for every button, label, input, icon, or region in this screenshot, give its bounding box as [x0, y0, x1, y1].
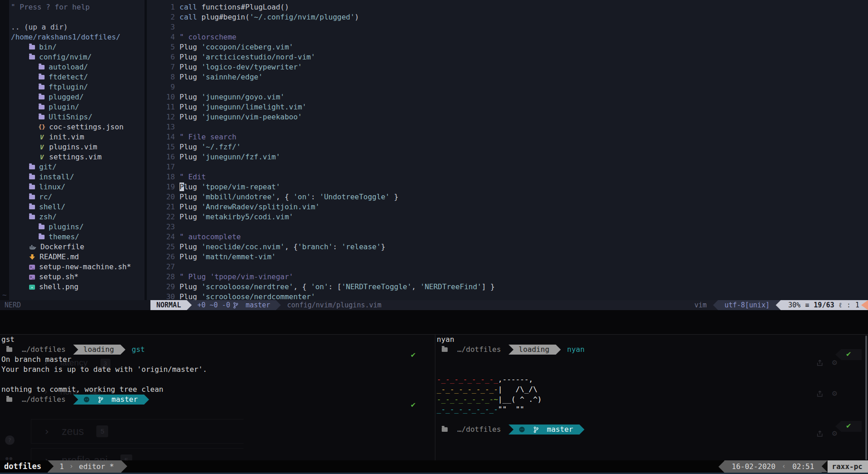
line-number: 29 — [147, 282, 175, 292]
tmux-session-name: dotfiles — [0, 460, 41, 473]
tree-item[interactable]: UltiSnips/ — [0, 112, 145, 122]
tree-item[interactable]: ▴shell.png — [0, 282, 145, 292]
code-line[interactable]: 8Plug 'sainnhe/edge' — [147, 72, 868, 82]
code-line[interactable]: 3 — [147, 22, 868, 32]
gear-icon[interactable] — [832, 357, 837, 367]
share-icon[interactable] — [816, 390, 823, 398]
folder-icon — [29, 175, 35, 179]
tree-item[interactable]: themes/ — [0, 232, 145, 242]
code-line[interactable]: 25Plug 'neoclide/coc.nvim', {'branch': '… — [147, 242, 868, 252]
code-text: Plug 'junegunn/limelight.vim' — [175, 102, 306, 112]
code-line[interactable]: 28" Plug 'tpope/vim-vinegar' — [147, 272, 868, 282]
tree-item[interactable]: git/ — [0, 162, 145, 172]
rainbow-trail: -_-_-_-_-_-_-~ — [437, 395, 498, 405]
tree-item[interactable]: ftdetect/ — [0, 72, 145, 82]
folder-icon — [39, 95, 45, 99]
vim-window[interactable]: " Press ? for help .. (up a dir) /home/r… — [0, 0, 868, 310]
code-line[interactable]: 29Plug 'scrooloose/nerdtree', { 'on': ['… — [147, 282, 868, 292]
tree-item[interactable]: Vplugins.vim — [0, 142, 145, 152]
code-line[interactable]: 5Plug 'cocopon/iceberg.vim' — [147, 42, 868, 52]
code-line[interactable]: 22Plug 'metakirby5/codi.vim' — [147, 212, 868, 222]
code-line[interactable]: 15Plug '~/.fzf/' — [147, 142, 868, 152]
tree-item[interactable]: shell/ — [0, 202, 145, 212]
tree-item-label: plugin/ — [49, 102, 79, 112]
tree-item[interactable]: plugin/ — [0, 102, 145, 112]
folder-icon — [39, 65, 45, 69]
github-icon — [83, 396, 90, 403]
tree-item-label: rc/ — [39, 192, 52, 202]
tree-item[interactable]: rc/ — [0, 192, 145, 202]
editor-buffer[interactable]: 1call functions#PlugLoad()2call plug#beg… — [147, 0, 868, 302]
code-line[interactable]: 23 — [147, 222, 868, 232]
terminal-pane-left[interactable]: ›latency3 ›hora4 ›zeus5 ›profile-api5 ? … — [0, 335, 435, 461]
code-line[interactable]: 1call functions#PlugLoad() — [147, 2, 868, 12]
tree-item[interactable]: >_setup.sh* — [0, 272, 145, 282]
code-line[interactable]: 17 — [147, 162, 868, 172]
gear-icon[interactable] — [832, 428, 837, 438]
tree-item[interactable]: autoload/ — [0, 62, 145, 72]
tree-item[interactable]: zsh/ — [0, 212, 145, 222]
code-line[interactable]: 26Plug 'mattn/emmet-vim' — [147, 252, 868, 262]
code-text: Plug 'tpope/vim-repeat' — [175, 182, 280, 192]
tree-item[interactable]: ftplugin/ — [0, 82, 145, 92]
code-line[interactable]: 12Plug 'junegunn/vim-peekaboo' — [147, 112, 868, 122]
nerdtree-help-line: " Press ? for help — [0, 2, 145, 12]
code-line[interactable]: 7Plug 'logico-dev/typewriter' — [147, 62, 868, 72]
git-branch-segment: master — [509, 425, 579, 434]
tmux-window-tab[interactable]: 1 › editor * — [48, 460, 121, 473]
nerdtree-up-dir[interactable]: .. (up a dir) — [0, 22, 145, 32]
tree-item[interactable]: install/ — [0, 172, 145, 182]
nyan-art-line: -_-_-_-_-_-_-_,------, — [435, 375, 868, 385]
tree-item[interactable]: linux/ — [0, 182, 145, 192]
tree-item[interactable]: README.md — [0, 252, 145, 262]
tmux-status-bar: dotfiles 1 › editor * 16-02-2020 ‹ 02:51… — [0, 460, 868, 474]
tree-item[interactable]: Vsettings.vim — [0, 152, 145, 162]
gear-icon[interactable] — [832, 388, 837, 398]
code-line[interactable]: 6Plug 'arcticicestudio/nord-vim' — [147, 52, 868, 62]
encoding-indicator: utf-8[unix] — [718, 300, 776, 310]
line-number: 4 — [147, 32, 175, 42]
code-text — [175, 262, 180, 272]
code-line[interactable]: 13 — [147, 122, 868, 132]
folder-icon — [29, 45, 35, 49]
tree-item[interactable]: config/nvim/ — [0, 52, 145, 62]
git-branch-icon — [534, 426, 539, 433]
code-text: " autocomplete — [175, 232, 241, 242]
code-line[interactable]: 27 — [147, 262, 868, 272]
code-line[interactable]: 2call plug#begin('~/.config/nvim/plugged… — [147, 12, 868, 22]
code-line[interactable]: 24" autocomplete — [147, 232, 868, 242]
line-number: 6 — [147, 52, 175, 62]
tree-item[interactable]: plugins/ — [0, 222, 145, 232]
tree-item[interactable]: Vinit.vim — [0, 132, 145, 142]
code-line[interactable]: 4" colorscheme — [147, 32, 868, 42]
folder-icon — [39, 75, 45, 79]
code-line[interactable]: 16Plug 'junegunn/fzf.vim' — [147, 152, 868, 162]
share-icon[interactable] — [816, 430, 823, 438]
terminal-pane-right[interactable]: nyan …/dotfiles loading nyan -_-_-_-_-_-… — [435, 335, 868, 461]
folder-icon — [29, 205, 35, 209]
tree-item[interactable]: bin/ — [0, 42, 145, 52]
tree-item-label: plugins.vim — [49, 142, 97, 152]
code-line[interactable]: 11Plug 'junegunn/limelight.vim' — [147, 102, 868, 112]
folder-icon — [39, 85, 45, 89]
nerdtree-root-path[interactable]: /home/rakshans1/dotfiles/ — [0, 32, 145, 42]
code-text: " colorscheme — [175, 32, 236, 42]
folder-icon — [442, 427, 448, 432]
tree-item-label: init.vim — [49, 132, 84, 142]
code-line[interactable]: 19Plug 'tpope/vim-repeat' — [147, 182, 868, 192]
code-line[interactable]: 18" Edit — [147, 172, 868, 182]
code-line[interactable]: 21Plug 'AndrewRadev/splitjoin.vim' — [147, 202, 868, 212]
code-line[interactable]: 20Plug 'mbbill/undotree', { 'on': 'Undot… — [147, 192, 868, 202]
tree-item[interactable]: >_setup-new-machine.sh* — [0, 262, 145, 272]
code-line[interactable]: 9 — [147, 82, 868, 92]
tree-item[interactable]: Dockerfile — [0, 242, 145, 252]
tree-item[interactable]: plugged/ — [0, 92, 145, 102]
nerdtree-panel[interactable]: " Press ? for help .. (up a dir) /home/r… — [0, 0, 145, 302]
vim-cursor: P — [180, 183, 184, 191]
code-line[interactable]: 14" File search — [147, 132, 868, 142]
current-filename: config/nvim/plugins.vim — [281, 300, 382, 310]
code-line[interactable]: 10Plug 'junegunn/goyo.vim' — [147, 92, 868, 102]
success-check-icon — [846, 422, 852, 430]
tree-item[interactable]: {}coc-settings.json — [0, 122, 145, 132]
share-icon[interactable] — [816, 359, 823, 367]
